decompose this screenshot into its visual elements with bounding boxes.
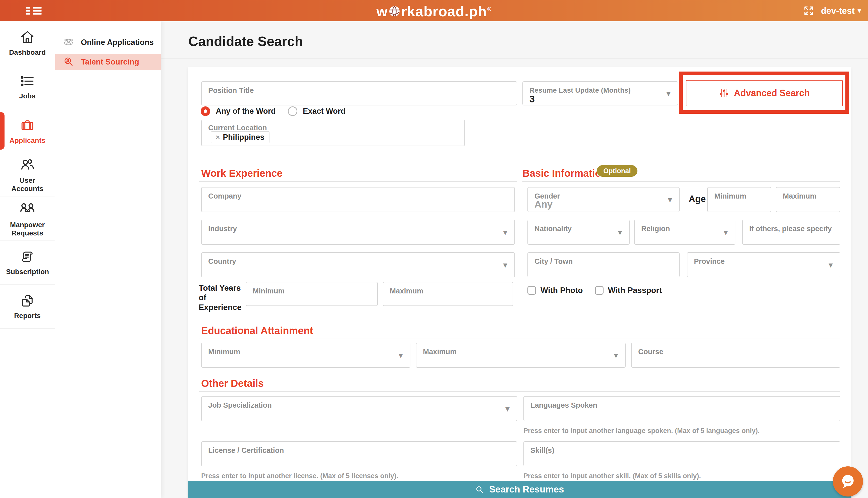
advanced-search-button[interactable]: Advanced Search	[686, 80, 843, 106]
search-form-card: Position Title Resume Last Update (Month…	[187, 67, 852, 498]
languages-hint: Press enter to input another language sp…	[523, 427, 760, 435]
education-maximum-label: Maximum	[423, 348, 457, 356]
chevron-down-icon: ▾	[618, 228, 622, 236]
skills-input[interactable]: Skill(s)	[523, 441, 840, 467]
industry-label: Industry	[208, 225, 237, 233]
with-photo-label: With Photo	[541, 286, 583, 295]
submenu-item-talent-sourcing[interactable]: Talent Sourcing	[55, 54, 161, 70]
experience-maximum-label: Maximum	[390, 287, 424, 295]
chevron-down-icon: ▾	[503, 228, 507, 236]
nationality-select[interactable]: Nationality ▾	[528, 220, 630, 245]
city-town-input[interactable]: City / Town	[528, 252, 679, 277]
languages-spoken-input[interactable]: Languages Spoken	[523, 396, 840, 421]
list-icon	[20, 74, 35, 89]
user-menu[interactable]: dev-test ▾	[821, 6, 861, 16]
chevron-down-icon: ▾	[399, 351, 403, 359]
work-experience-heading: Work Experience	[201, 168, 283, 179]
section-divider	[199, 181, 517, 182]
optional-badge: Optional	[597, 165, 637, 177]
search-icon	[475, 485, 484, 494]
sidebar-item-user-accounts[interactable]: User Accounts	[0, 153, 55, 197]
languages-spoken-label: Languages Spoken	[530, 401, 597, 409]
sidebar-item-label: Dashboard	[6, 49, 49, 56]
resume-last-update-select[interactable]: Resume Last Update (Months) 3 ▾	[522, 81, 678, 105]
any-word-radio[interactable]	[201, 106, 210, 116]
close-icon[interactable]: ×	[216, 133, 220, 141]
basic-information-heading: Basic Information	[522, 168, 607, 179]
chevron-down-icon: ▾	[668, 195, 672, 204]
sidebar-item-reports[interactable]: Reports	[0, 285, 55, 329]
fullscreen-icon[interactable]	[803, 5, 815, 16]
if-others-input[interactable]: If others, please specify	[742, 220, 840, 245]
license-hint: Press enter to input another license. (M…	[201, 472, 398, 480]
gender-select[interactable]: Gender Any ▾	[528, 187, 679, 212]
education-minimum-select[interactable]: Minimum ▾	[201, 343, 410, 368]
age-minimum-input[interactable]: Minimum	[707, 187, 771, 212]
skills-label: Skill(s)	[530, 446, 554, 455]
search-resumes-button[interactable]: Search Resumes	[187, 481, 852, 498]
current-location-input[interactable]: Current Location × Philippines	[201, 120, 465, 146]
user-name: dev-test	[821, 6, 855, 16]
section-divider	[199, 339, 840, 339]
nationality-label: Nationality	[534, 225, 572, 233]
chat-widget-button[interactable]	[833, 467, 863, 497]
location-chip-value: Philippines	[223, 133, 264, 142]
course-label: Course	[638, 348, 663, 356]
total-years-label: Total Years of Experience	[199, 283, 249, 312]
exact-word-label: Exact Word	[303, 107, 346, 116]
logo-registered-mark: ®	[487, 6, 492, 13]
sidebar-item-label: User Accounts	[6, 176, 49, 193]
sidebar-item-dashboard[interactable]: Dashboard	[0, 21, 55, 65]
age-maximum-input[interactable]: Maximum	[776, 187, 840, 212]
submenu: Online Applications Talent Sourcing	[55, 21, 161, 498]
skills-hint: Press enter to input another skill. (Max…	[523, 472, 701, 480]
section-divider	[522, 181, 840, 182]
country-label: Country	[208, 257, 236, 265]
industry-select[interactable]: Industry ▾	[201, 220, 515, 245]
photo-passport-checkboxes: With Photo With Passport	[528, 286, 669, 295]
submenu-item-label: Online Applications	[81, 38, 154, 47]
sidebar-item-subscription[interactable]: Subscription	[0, 241, 55, 285]
sidebar-item-jobs[interactable]: Jobs	[0, 65, 55, 109]
gender-value: Any	[534, 199, 553, 210]
chevron-down-icon: ▾	[503, 261, 507, 269]
course-input[interactable]: Course	[631, 343, 840, 368]
exact-word-radio[interactable]	[288, 106, 297, 116]
submenu-item-online-applications[interactable]: Online Applications	[55, 35, 161, 51]
page-title: Candidate Search	[189, 34, 303, 49]
resume-last-update-label: Resume Last Update (Months)	[529, 86, 631, 94]
job-specialization-label: Job Specialization	[208, 401, 272, 409]
location-chip[interactable]: × Philippines	[211, 131, 270, 143]
experience-maximum-input[interactable]: Maximum	[383, 282, 513, 306]
position-title-input[interactable]: Position Title	[201, 81, 517, 105]
advanced-search-label: Advanced Search	[734, 88, 810, 99]
religion-select[interactable]: Religion ▾	[634, 220, 735, 245]
current-location-label: Current Location	[208, 124, 267, 132]
manpower-icon	[19, 200, 36, 218]
online-applications-icon	[63, 37, 74, 48]
other-details-heading: Other Details	[201, 378, 264, 389]
with-passport-checkbox[interactable]	[595, 286, 604, 295]
sidebar-item-label: Reports	[6, 312, 49, 320]
sidebar-item-manpower-requests[interactable]: Manpower Requests	[0, 197, 55, 241]
home-icon	[20, 29, 35, 45]
education-maximum-select[interactable]: Maximum ▾	[416, 343, 626, 368]
country-select[interactable]: Country ▾	[201, 252, 515, 277]
title-divider	[161, 58, 868, 58]
submenu-item-label: Talent Sourcing	[81, 57, 139, 66]
search-resumes-label: Search Resumes	[489, 484, 564, 495]
job-specialization-select[interactable]: Job Specialization ▾	[201, 396, 517, 421]
menu-icon[interactable]	[26, 7, 42, 15]
with-photo-checkbox[interactable]	[528, 286, 536, 295]
province-select[interactable]: Province ▾	[687, 252, 840, 277]
chevron-down-icon: ▾	[829, 261, 833, 269]
province-label: Province	[694, 257, 725, 265]
chevron-down-icon: ▾	[724, 228, 728, 236]
license-input[interactable]: License / Certification	[201, 441, 517, 467]
age-label: Age	[689, 194, 706, 204]
company-input[interactable]: Company	[201, 187, 515, 212]
scroll-icon	[20, 249, 35, 264]
sidebar-item-applicants[interactable]: Applicants	[0, 109, 55, 153]
chevron-down-icon: ▾	[505, 404, 509, 413]
experience-minimum-input[interactable]: Minimum	[246, 282, 378, 306]
